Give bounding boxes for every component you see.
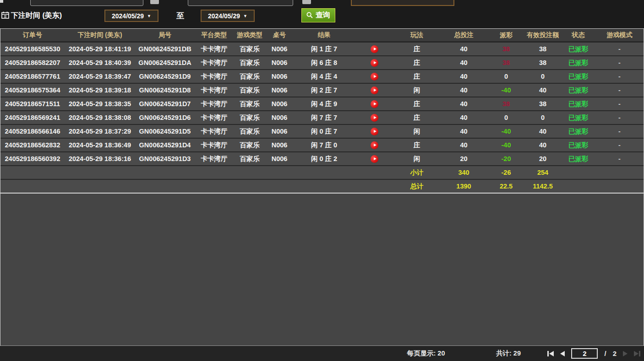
- bet-time-label: 下注时间 (美东): [11, 11, 62, 21]
- grand-total-payout: 22.5: [488, 183, 524, 190]
- cell-valid-bet: 40: [524, 128, 561, 135]
- date-range-to-label: 至: [176, 11, 184, 21]
- cell-platform: 卡卡湾厅: [195, 113, 234, 122]
- cell-platform: 卡卡湾厅: [195, 72, 234, 81]
- subtotal-valid-bet: 254: [524, 169, 561, 176]
- cell-bet-time: 2024-05-29 18:37:29: [65, 128, 135, 135]
- cell-bet-time: 2024-05-29 18:39:18: [65, 86, 135, 94]
- cell-table-no: N006: [266, 155, 293, 162]
- cell-order-id: 240529186571511: [0, 100, 65, 108]
- col-header-play: 玩法: [394, 31, 440, 39]
- cell-status: 已派彩: [561, 72, 595, 81]
- col-header-platform: 平台类型: [195, 31, 234, 39]
- filter-input-1[interactable]: [30, 0, 143, 6]
- play-video-icon[interactable]: [355, 86, 394, 94]
- cell-platform: 卡卡湾厅: [195, 59, 234, 67]
- cell-total-bet: 40: [440, 128, 488, 135]
- cell-game-type: 百家乐: [234, 155, 266, 163]
- cell-round-id: GN006245291D9: [135, 73, 195, 80]
- cell-game-mode: -: [595, 100, 644, 108]
- play-video-icon[interactable]: [355, 155, 394, 163]
- cell-platform: 卡卡湾厅: [195, 86, 234, 95]
- play-video-icon[interactable]: [355, 45, 394, 53]
- cell-play: 庄: [394, 45, 440, 54]
- cell-order-id: 240529186585530: [0, 45, 65, 53]
- subtotal-row: 小计 340 -26 254: [0, 166, 644, 180]
- cell-game-mode: -: [595, 73, 644, 80]
- col-header-game-type: 游戏类型: [234, 31, 266, 39]
- cell-result: 闲 7 庄 0: [293, 141, 355, 150]
- cell-status: 已派彩: [561, 127, 595, 136]
- cell-round-id: GN006245291DB: [135, 45, 195, 53]
- grand-total-valid-bet: 1142.5: [524, 183, 561, 190]
- date-from-picker[interactable]: 2024/05/29 ▼: [104, 10, 158, 22]
- cell-payout: -40: [488, 86, 524, 94]
- cell-table-no: N006: [266, 128, 293, 135]
- date-to-value: 2024/05/29: [208, 12, 240, 20]
- cell-valid-bet: 38: [524, 59, 561, 66]
- cell-game-mode: -: [595, 141, 644, 149]
- play-video-icon[interactable]: [355, 141, 394, 149]
- cell-play: 闲: [394, 155, 440, 163]
- filter-checkbox-2[interactable]: [302, 0, 311, 4]
- cell-payout: 38: [488, 100, 524, 108]
- col-header-valid-bet: 有效投注额: [524, 31, 561, 39]
- cell-game-type: 百家乐: [234, 59, 266, 67]
- cell-game-mode: -: [595, 114, 644, 121]
- first-page-button[interactable]: [547, 351, 554, 356]
- cell-result: 闲 6 庄 8: [293, 59, 355, 67]
- cell-round-id: GN006245291D4: [135, 141, 195, 149]
- cell-round-id: GN006245291D3: [135, 155, 195, 162]
- cell-payout: 38: [488, 59, 524, 66]
- cell-game-type: 百家乐: [234, 127, 266, 136]
- cell-payout: 38: [488, 45, 524, 53]
- cell-bet-time: 2024-05-29 18:36:49: [65, 141, 135, 149]
- cell-round-id: GN006245291D8: [135, 86, 195, 94]
- cell-order-id: 240529186582207: [0, 59, 65, 66]
- cell-status: 已派彩: [561, 100, 595, 108]
- table-row: 2405291865715112024-05-29 18:38:35GN0062…: [0, 97, 644, 111]
- play-video-icon[interactable]: [355, 59, 394, 67]
- cell-play: 庄: [394, 72, 440, 81]
- cell-game-type: 百家乐: [234, 141, 266, 150]
- cell-status: 已派彩: [561, 113, 595, 122]
- play-video-icon[interactable]: [355, 113, 394, 122]
- table-row: 2405291865692412024-05-29 18:38:08GN0062…: [0, 111, 644, 125]
- cell-round-id: GN006245291DA: [135, 59, 195, 66]
- filter-dropdown[interactable]: [351, 0, 454, 6]
- table-row: 2405291865855302024-05-29 18:41:19GN0062…: [0, 43, 644, 56]
- query-button[interactable]: 查询: [301, 8, 335, 22]
- cell-table-no: N006: [266, 45, 293, 53]
- cell-total-bet: 40: [440, 86, 488, 94]
- col-header-round-id: 局号: [135, 31, 195, 39]
- table-row: 2405291865753642024-05-29 18:39:18GN0062…: [0, 84, 644, 97]
- cell-status: 已派彩: [561, 59, 595, 67]
- cell-valid-bet: 20: [524, 155, 561, 162]
- cell-total-bet: 20: [440, 155, 488, 162]
- play-video-icon[interactable]: [355, 72, 394, 81]
- date-filter-row: 下注时间 (美东) 2024/05/29 ▼ 至 2024/05/29 ▼ 查询: [0, 8, 644, 23]
- play-video-icon[interactable]: [355, 127, 394, 135]
- prev-page-button[interactable]: [560, 351, 565, 356]
- date-to-picker[interactable]: 2024/05/29 ▼: [201, 10, 255, 22]
- grand-total-row: 总计 1390 22.5 1142.5: [0, 180, 644, 194]
- cell-platform: 卡卡湾厅: [195, 141, 234, 150]
- cell-payout: 0: [488, 114, 524, 121]
- play-video-icon[interactable]: [355, 100, 394, 108]
- cell-game-type: 百家乐: [234, 72, 266, 81]
- filter-input-2[interactable]: [188, 0, 293, 6]
- next-page-button[interactable]: [623, 351, 628, 356]
- cell-table-no: N006: [266, 141, 293, 149]
- cell-round-id: GN006245291D5: [135, 128, 195, 135]
- cell-order-id: 240529186569241: [0, 114, 65, 121]
- page-number-input[interactable]: 2: [571, 348, 598, 359]
- cell-total-bet: 40: [440, 100, 488, 108]
- cell-play: 闲: [394, 86, 440, 95]
- last-page-button[interactable]: [634, 351, 640, 356]
- col-header-order-id: 订单号: [0, 31, 65, 39]
- cell-result: 闲 1 庄 7: [293, 45, 355, 54]
- cell-result: 闲 0 庄 7: [293, 127, 355, 136]
- cell-valid-bet: 0: [524, 114, 561, 121]
- col-header-game-mode: 游戏模式: [595, 31, 644, 39]
- filter-checkbox-1[interactable]: [150, 0, 159, 4]
